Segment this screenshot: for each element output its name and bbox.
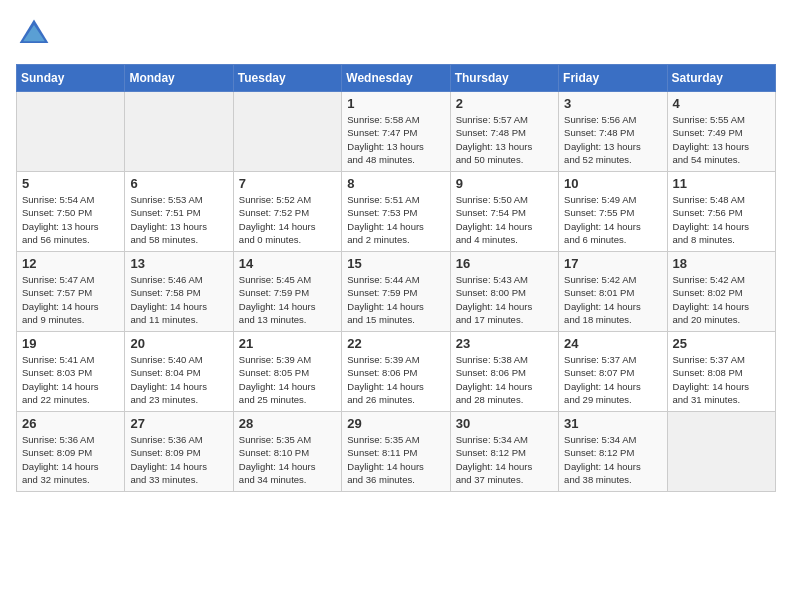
calendar-cell: 4Sunrise: 5:55 AM Sunset: 7:49 PM Daylig…	[667, 92, 775, 172]
day-number: 25	[673, 336, 770, 351]
day-number: 22	[347, 336, 444, 351]
day-number: 11	[673, 176, 770, 191]
day-number: 5	[22, 176, 119, 191]
day-info: Sunrise: 5:42 AM Sunset: 8:02 PM Dayligh…	[673, 273, 770, 326]
calendar-cell: 8Sunrise: 5:51 AM Sunset: 7:53 PM Daylig…	[342, 172, 450, 252]
day-info: Sunrise: 5:40 AM Sunset: 8:04 PM Dayligh…	[130, 353, 227, 406]
calendar-cell	[667, 412, 775, 492]
calendar-cell: 10Sunrise: 5:49 AM Sunset: 7:55 PM Dayli…	[559, 172, 667, 252]
day-number: 20	[130, 336, 227, 351]
day-number: 9	[456, 176, 553, 191]
calendar-week-row: 12Sunrise: 5:47 AM Sunset: 7:57 PM Dayli…	[17, 252, 776, 332]
page-header	[16, 16, 776, 52]
day-number: 18	[673, 256, 770, 271]
day-info: Sunrise: 5:36 AM Sunset: 8:09 PM Dayligh…	[22, 433, 119, 486]
day-info: Sunrise: 5:57 AM Sunset: 7:48 PM Dayligh…	[456, 113, 553, 166]
day-info: Sunrise: 5:39 AM Sunset: 8:05 PM Dayligh…	[239, 353, 336, 406]
day-number: 14	[239, 256, 336, 271]
day-number: 31	[564, 416, 661, 431]
weekday-header-cell: Thursday	[450, 65, 558, 92]
calendar-cell: 22Sunrise: 5:39 AM Sunset: 8:06 PM Dayli…	[342, 332, 450, 412]
day-info: Sunrise: 5:43 AM Sunset: 8:00 PM Dayligh…	[456, 273, 553, 326]
calendar-cell: 23Sunrise: 5:38 AM Sunset: 8:06 PM Dayli…	[450, 332, 558, 412]
calendar-cell: 24Sunrise: 5:37 AM Sunset: 8:07 PM Dayli…	[559, 332, 667, 412]
day-number: 8	[347, 176, 444, 191]
day-info: Sunrise: 5:51 AM Sunset: 7:53 PM Dayligh…	[347, 193, 444, 246]
day-info: Sunrise: 5:35 AM Sunset: 8:10 PM Dayligh…	[239, 433, 336, 486]
day-info: Sunrise: 5:36 AM Sunset: 8:09 PM Dayligh…	[130, 433, 227, 486]
weekday-header-cell: Tuesday	[233, 65, 341, 92]
calendar-week-row: 5Sunrise: 5:54 AM Sunset: 7:50 PM Daylig…	[17, 172, 776, 252]
day-number: 3	[564, 96, 661, 111]
day-info: Sunrise: 5:54 AM Sunset: 7:50 PM Dayligh…	[22, 193, 119, 246]
day-info: Sunrise: 5:45 AM Sunset: 7:59 PM Dayligh…	[239, 273, 336, 326]
calendar-cell: 27Sunrise: 5:36 AM Sunset: 8:09 PM Dayli…	[125, 412, 233, 492]
day-number: 10	[564, 176, 661, 191]
calendar-cell: 13Sunrise: 5:46 AM Sunset: 7:58 PM Dayli…	[125, 252, 233, 332]
day-info: Sunrise: 5:44 AM Sunset: 7:59 PM Dayligh…	[347, 273, 444, 326]
calendar-cell: 12Sunrise: 5:47 AM Sunset: 7:57 PM Dayli…	[17, 252, 125, 332]
calendar-cell: 15Sunrise: 5:44 AM Sunset: 7:59 PM Dayli…	[342, 252, 450, 332]
calendar-cell: 21Sunrise: 5:39 AM Sunset: 8:05 PM Dayli…	[233, 332, 341, 412]
calendar-cell: 9Sunrise: 5:50 AM Sunset: 7:54 PM Daylig…	[450, 172, 558, 252]
calendar-cell: 19Sunrise: 5:41 AM Sunset: 8:03 PM Dayli…	[17, 332, 125, 412]
day-info: Sunrise: 5:41 AM Sunset: 8:03 PM Dayligh…	[22, 353, 119, 406]
weekday-header-cell: Saturday	[667, 65, 775, 92]
calendar-cell: 16Sunrise: 5:43 AM Sunset: 8:00 PM Dayli…	[450, 252, 558, 332]
day-info: Sunrise: 5:37 AM Sunset: 8:08 PM Dayligh…	[673, 353, 770, 406]
weekday-header-row: SundayMondayTuesdayWednesdayThursdayFrid…	[17, 65, 776, 92]
day-number: 6	[130, 176, 227, 191]
day-number: 26	[22, 416, 119, 431]
calendar-cell	[125, 92, 233, 172]
calendar-cell: 26Sunrise: 5:36 AM Sunset: 8:09 PM Dayli…	[17, 412, 125, 492]
day-number: 4	[673, 96, 770, 111]
calendar-cell: 20Sunrise: 5:40 AM Sunset: 8:04 PM Dayli…	[125, 332, 233, 412]
day-number: 24	[564, 336, 661, 351]
calendar-week-row: 26Sunrise: 5:36 AM Sunset: 8:09 PM Dayli…	[17, 412, 776, 492]
day-number: 7	[239, 176, 336, 191]
weekday-header-cell: Wednesday	[342, 65, 450, 92]
day-number: 29	[347, 416, 444, 431]
calendar-cell: 30Sunrise: 5:34 AM Sunset: 8:12 PM Dayli…	[450, 412, 558, 492]
day-number: 23	[456, 336, 553, 351]
calendar-cell: 2Sunrise: 5:57 AM Sunset: 7:48 PM Daylig…	[450, 92, 558, 172]
calendar-cell	[17, 92, 125, 172]
weekday-header-cell: Monday	[125, 65, 233, 92]
calendar-cell: 6Sunrise: 5:53 AM Sunset: 7:51 PM Daylig…	[125, 172, 233, 252]
day-info: Sunrise: 5:56 AM Sunset: 7:48 PM Dayligh…	[564, 113, 661, 166]
day-number: 12	[22, 256, 119, 271]
day-info: Sunrise: 5:55 AM Sunset: 7:49 PM Dayligh…	[673, 113, 770, 166]
day-number: 15	[347, 256, 444, 271]
calendar-cell: 5Sunrise: 5:54 AM Sunset: 7:50 PM Daylig…	[17, 172, 125, 252]
calendar-cell: 1Sunrise: 5:58 AM Sunset: 7:47 PM Daylig…	[342, 92, 450, 172]
day-info: Sunrise: 5:58 AM Sunset: 7:47 PM Dayligh…	[347, 113, 444, 166]
day-info: Sunrise: 5:46 AM Sunset: 7:58 PM Dayligh…	[130, 273, 227, 326]
day-number: 21	[239, 336, 336, 351]
calendar-body: 1Sunrise: 5:58 AM Sunset: 7:47 PM Daylig…	[17, 92, 776, 492]
logo-icon	[16, 16, 52, 52]
calendar-cell: 18Sunrise: 5:42 AM Sunset: 8:02 PM Dayli…	[667, 252, 775, 332]
day-number: 1	[347, 96, 444, 111]
weekday-header-cell: Sunday	[17, 65, 125, 92]
calendar-cell: 3Sunrise: 5:56 AM Sunset: 7:48 PM Daylig…	[559, 92, 667, 172]
day-number: 13	[130, 256, 227, 271]
day-number: 28	[239, 416, 336, 431]
day-info: Sunrise: 5:52 AM Sunset: 7:52 PM Dayligh…	[239, 193, 336, 246]
day-info: Sunrise: 5:42 AM Sunset: 8:01 PM Dayligh…	[564, 273, 661, 326]
day-info: Sunrise: 5:37 AM Sunset: 8:07 PM Dayligh…	[564, 353, 661, 406]
calendar-cell: 11Sunrise: 5:48 AM Sunset: 7:56 PM Dayli…	[667, 172, 775, 252]
day-number: 16	[456, 256, 553, 271]
calendar-week-row: 19Sunrise: 5:41 AM Sunset: 8:03 PM Dayli…	[17, 332, 776, 412]
day-info: Sunrise: 5:34 AM Sunset: 8:12 PM Dayligh…	[456, 433, 553, 486]
calendar-table: SundayMondayTuesdayWednesdayThursdayFrid…	[16, 64, 776, 492]
weekday-header-cell: Friday	[559, 65, 667, 92]
day-number: 17	[564, 256, 661, 271]
day-info: Sunrise: 5:35 AM Sunset: 8:11 PM Dayligh…	[347, 433, 444, 486]
logo	[16, 16, 56, 52]
day-info: Sunrise: 5:47 AM Sunset: 7:57 PM Dayligh…	[22, 273, 119, 326]
day-info: Sunrise: 5:53 AM Sunset: 7:51 PM Dayligh…	[130, 193, 227, 246]
day-number: 27	[130, 416, 227, 431]
calendar-cell: 29Sunrise: 5:35 AM Sunset: 8:11 PM Dayli…	[342, 412, 450, 492]
day-number: 30	[456, 416, 553, 431]
calendar-cell: 7Sunrise: 5:52 AM Sunset: 7:52 PM Daylig…	[233, 172, 341, 252]
